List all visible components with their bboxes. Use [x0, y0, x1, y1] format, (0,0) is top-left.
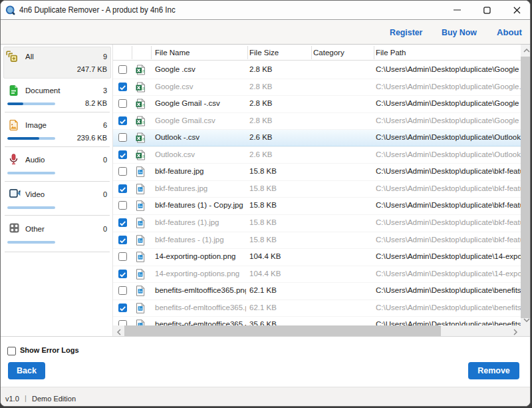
- svg-text:a: a: [142, 119, 145, 124]
- svg-text:a: a: [142, 153, 145, 158]
- svg-text:a: a: [142, 85, 145, 90]
- svg-text:a: a: [142, 69, 145, 73]
- svg-text:a: a: [142, 102, 145, 107]
- svg-text:a: a: [142, 136, 145, 141]
